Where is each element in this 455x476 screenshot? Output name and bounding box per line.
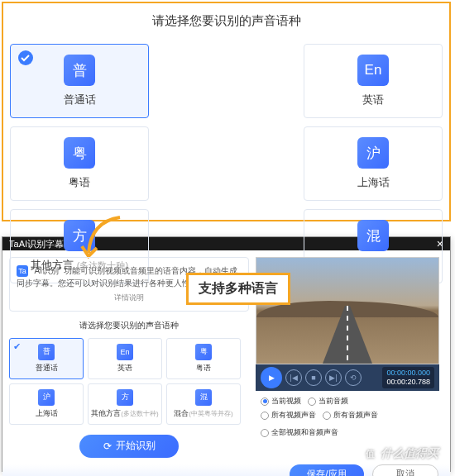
lang-label: 粤语 — [69, 175, 90, 190]
cancel-button[interactable]: 取消 — [372, 464, 438, 476]
source-options: 当前视频当前音频 所有视频声音所有音频声音全部视频和音频声音 — [256, 391, 439, 446]
timecode-display: 00:00:00.000 00:00:20.788 — [382, 367, 434, 388]
play-button[interactable]: ▶ — [261, 367, 282, 388]
radio-icon — [308, 397, 316, 406]
lang-label: 混合(中英粤等并存) — [174, 408, 232, 419]
radio-label: 所有音频声音 — [333, 410, 378, 421]
refresh-icon: ⟳ — [103, 440, 112, 452]
language-grid-small: ✔普普通话En英语粤粤语沪上海话方其他方言(多达数十种)混混合(中英粤等并存) — [9, 338, 249, 425]
loop-button[interactable]: ⟲ — [345, 369, 362, 386]
radio-icon — [261, 429, 269, 437]
dialog-footer: 保存/应用 取消 — [2, 464, 450, 476]
lang-label: 上海话 — [357, 175, 390, 190]
watermark: 值 什么值得买 — [362, 446, 438, 461]
check-icon: ✔ — [13, 341, 21, 352]
radio-所有音频声音[interactable]: 所有音频声音 — [323, 410, 378, 421]
lang-icon: En — [357, 55, 389, 86]
lang-label: 普通话 — [64, 93, 96, 107]
player-controls: ▶ |◀ ■ ▶| ⟲ 00:00:00.000 00:00:20.788 — [256, 364, 439, 391]
lang-card-small-其他方言[interactable]: 方其他方言(多达数十种) — [88, 383, 162, 425]
lang-icon: 混 — [195, 389, 212, 406]
callout-label: 支持多种语言 — [186, 273, 290, 305]
watermark-icon: 值 — [362, 446, 377, 461]
lang-card-small-普通话[interactable]: ✔普普通话 — [9, 338, 84, 379]
lang-card-英语[interactable]: En英语 — [304, 44, 443, 118]
apply-button[interactable]: 保存/应用 — [290, 464, 364, 476]
panel-title: 请选择您要识别的声音语种 — [10, 13, 443, 29]
small-panel-title: 请选择您要识别的声音语种 — [9, 320, 249, 331]
lang-icon: 沪 — [38, 389, 55, 406]
start-btn-label: 开始识别 — [116, 439, 156, 453]
ai-subtitle-dialog: Ta AI识别字幕 × Ta"AI识别" 功能可识别视频或音频里的语音内容，自动… — [2, 236, 451, 472]
radio-icon — [261, 397, 269, 406]
radio-label: 全部视频和音频声音 — [271, 427, 338, 438]
lang-icon: 方 — [117, 389, 133, 406]
radio-当前音频[interactable]: 当前音频 — [308, 396, 348, 407]
stop-button[interactable]: ■ — [305, 369, 322, 386]
lang-card-上海话[interactable]: 沪上海话 — [304, 126, 443, 201]
radio-所有视频声音[interactable]: 所有视频声音 — [261, 410, 316, 421]
lang-icon: En — [117, 344, 133, 360]
lang-label: 其他方言(多达数十种) — [91, 408, 158, 419]
lang-label: 上海话 — [36, 408, 58, 419]
radio-icon — [261, 412, 269, 420]
radio-label: 当前音频 — [318, 396, 348, 407]
lang-card-粤语[interactable]: 粤粤语 — [10, 126, 149, 201]
lang-label: 英语 — [362, 93, 384, 107]
lang-icon: 普 — [38, 344, 55, 360]
lang-icon: 普 — [64, 55, 95, 86]
prev-button[interactable]: |◀ — [285, 369, 302, 386]
radio-icon — [323, 412, 331, 420]
language-panel-large: 请选择您要识别的声音语种 普普通话En英语粤粤语沪上海话方其他方言(多达数十种)… — [2, 2, 451, 221]
watermark-text: 什么值得买 — [381, 446, 438, 461]
radio-label: 当前视频 — [271, 396, 301, 407]
check-icon — [17, 50, 34, 66]
lang-icon: 沪 — [357, 137, 389, 169]
radio-label: 所有视频声音 — [271, 410, 316, 421]
next-button[interactable]: ▶| — [325, 369, 342, 386]
lang-icon: 粤 — [64, 137, 95, 169]
lang-icon: 粤 — [195, 344, 212, 360]
time-current: 00:00:00.000 — [386, 369, 430, 378]
radio-全部视频和音频声音[interactable]: 全部视频和音频声音 — [261, 427, 338, 438]
radio-当前视频[interactable]: 当前视频 — [261, 396, 301, 407]
feature-icon: Ta — [17, 265, 28, 277]
lang-card-small-上海话[interactable]: 沪上海话 — [9, 383, 84, 425]
start-recognition-button[interactable]: ⟳ 开始识别 — [79, 435, 179, 458]
lang-card-普通话[interactable]: 普普通话 — [10, 44, 149, 118]
time-total: 00:00:20.788 — [386, 378, 430, 387]
lang-icon: 混 — [357, 220, 389, 251]
lang-card-small-混合[interactable]: 混混合(中英粤等并存) — [166, 383, 241, 425]
lang-label: 粤语 — [196, 363, 211, 374]
lang-label: 普通话 — [36, 363, 58, 374]
lang-card-small-英语[interactable]: En英语 — [88, 338, 162, 379]
lang-label: 英语 — [117, 363, 132, 374]
lang-card-small-粤语[interactable]: 粤粤语 — [166, 338, 241, 379]
